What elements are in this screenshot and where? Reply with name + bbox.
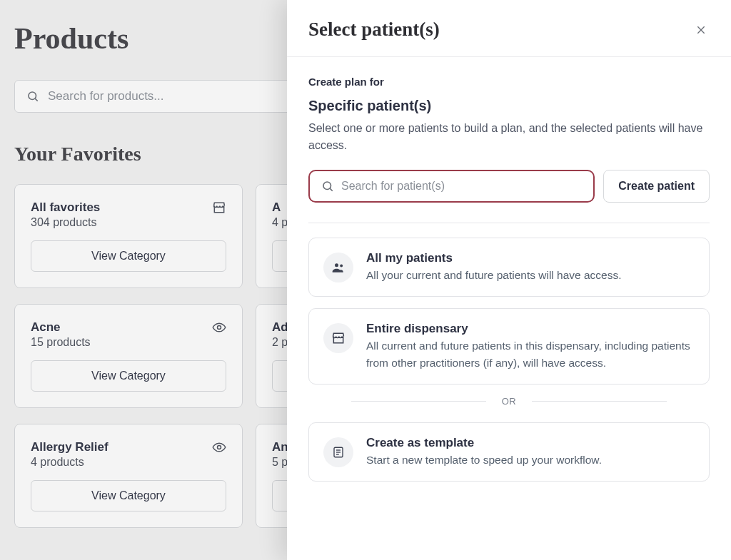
search-icon [321,180,334,193]
select-patients-panel: Select patient(s) Create plan for Specif… [287,0,731,560]
template-icon [323,437,353,467]
specific-patients-heading: Specific patient(s) [308,98,710,114]
option-create-template[interactable]: Create as template Start a new template … [308,422,710,482]
panel-header: Select patient(s) [287,0,731,57]
option-title: Create as template [366,436,602,450]
divider-line [351,401,486,402]
patient-search-input[interactable] [341,180,582,193]
store-icon [323,323,353,353]
panel-title: Select patient(s) [308,19,440,41]
panel-body: Create plan for Specific patient(s) Sele… [287,57,731,560]
svg-point-9 [340,265,343,268]
close-button[interactable] [692,21,710,39]
option-desc: All current and future patients in this … [366,337,695,371]
svg-point-8 [335,263,338,267]
option-desc: All your current and future patients wil… [366,267,622,283]
option-title: All my patients [366,251,622,265]
or-label: OR [502,396,517,407]
divider [308,223,710,223]
people-icon [323,253,353,282]
svg-line-7 [330,188,333,191]
divider-line [532,401,667,402]
or-separator: OR [351,396,667,407]
option-title: Entire dispensary [366,322,695,336]
option-entire-dispensary[interactable]: Entire dispensary All current and future… [308,308,710,385]
option-desc: Start a new template to speed up your wo… [366,452,602,468]
option-all-my-patients[interactable]: All my patients All your current and fut… [308,238,710,297]
svg-point-6 [323,182,331,190]
patient-search[interactable] [308,170,595,203]
create-for-label: Create plan for [308,76,710,88]
create-patient-button[interactable]: Create patient [603,170,710,203]
specific-patients-desc: Select one or more patients to build a p… [308,120,710,154]
close-icon [695,24,707,36]
patient-search-row: Create patient [308,170,710,203]
